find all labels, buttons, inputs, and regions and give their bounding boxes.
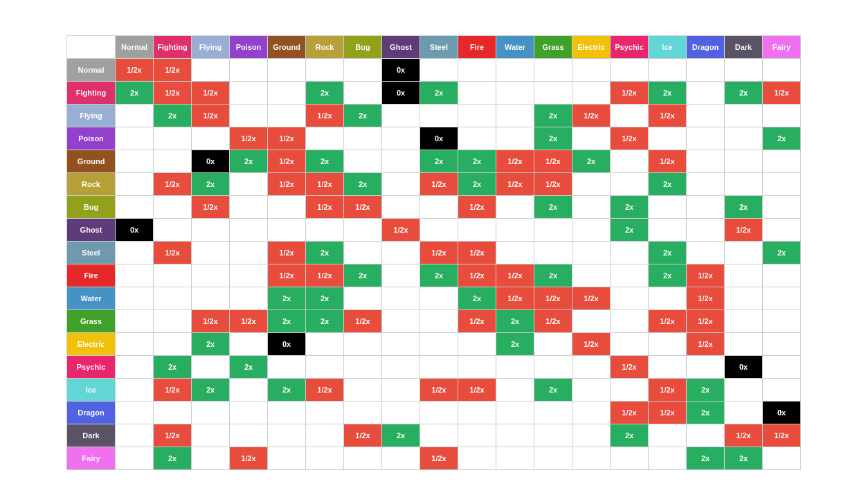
cell-fighting-vs-electric bbox=[572, 82, 611, 105]
cell-fire-vs-psychic bbox=[611, 264, 649, 287]
cell-fire-vs-water: 1/2x bbox=[496, 264, 534, 287]
cell-steel-vs-fairy: 2x bbox=[763, 242, 801, 264]
cell-dark-vs-fighting: 1/2x bbox=[154, 424, 192, 447]
cell-normal-vs-flying bbox=[192, 59, 230, 82]
cell-fire-vs-steel: 2x bbox=[420, 264, 458, 287]
cell-rock-vs-poison bbox=[230, 173, 268, 196]
cell-fire-vs-rock: 1/2x bbox=[306, 264, 344, 287]
cell-water-vs-poison bbox=[230, 287, 268, 310]
cell-psychic-vs-water bbox=[496, 356, 534, 379]
cell-psychic-vs-psychic: 1/2x bbox=[611, 356, 649, 379]
cell-bug-vs-ghost bbox=[382, 196, 420, 219]
cell-normal-vs-poison bbox=[230, 59, 268, 82]
cell-normal-vs-fairy bbox=[763, 59, 801, 82]
cell-fire-vs-fighting bbox=[154, 264, 192, 287]
cell-electric-vs-fire bbox=[458, 333, 496, 356]
header-dark: Dark bbox=[725, 36, 763, 59]
row-ice: Ice1/2x2x2x1/2x1/2x1/2x2x1/2x2x bbox=[67, 379, 801, 402]
cell-rock-vs-dark bbox=[725, 173, 763, 196]
cell-water-vs-ice bbox=[649, 287, 687, 310]
cell-bug-vs-flying: 1/2x bbox=[192, 196, 230, 219]
cell-dark-vs-rock bbox=[306, 424, 344, 447]
cell-rock-vs-steel: 1/2x bbox=[420, 173, 458, 196]
cell-ground-vs-normal bbox=[116, 150, 154, 173]
row-electric: Electric2x0x2x1/2x1/2x bbox=[67, 333, 801, 356]
cell-electric-vs-psychic bbox=[611, 333, 649, 356]
cell-ghost-vs-flying bbox=[192, 219, 230, 242]
cell-steel-vs-steel: 1/2x bbox=[420, 242, 458, 264]
cell-water-vs-psychic bbox=[611, 287, 649, 310]
cell-dragon-vs-normal bbox=[116, 402, 154, 424]
cell-grass-vs-grass: 1/2x bbox=[534, 310, 572, 333]
cell-dark-vs-normal bbox=[116, 424, 154, 447]
cell-ice-vs-dark bbox=[725, 379, 763, 402]
row-header-rock: Rock bbox=[67, 173, 116, 196]
cell-flying-vs-dragon bbox=[687, 105, 725, 127]
cell-fairy-vs-electric bbox=[572, 447, 611, 470]
cell-electric-vs-ice bbox=[649, 333, 687, 356]
cell-flying-vs-electric: 1/2x bbox=[572, 105, 611, 127]
cell-fire-vs-flying bbox=[192, 264, 230, 287]
cell-ghost-vs-water bbox=[496, 219, 534, 242]
cell-ice-vs-ground: 2x bbox=[268, 379, 306, 402]
cell-poison-vs-dragon bbox=[687, 127, 725, 150]
cell-steel-vs-grass bbox=[534, 242, 572, 264]
cell-steel-vs-ground: 1/2x bbox=[268, 242, 306, 264]
cell-flying-vs-fire bbox=[458, 105, 496, 127]
row-steel: Steel1/2x1/2x2x1/2x1/2x2x2x bbox=[67, 242, 801, 264]
cell-normal-vs-psychic bbox=[611, 59, 649, 82]
cell-flying-vs-fairy bbox=[763, 105, 801, 127]
cell-electric-vs-water: 2x bbox=[496, 333, 534, 356]
cell-psychic-vs-ground bbox=[268, 356, 306, 379]
cell-fighting-vs-dragon bbox=[687, 82, 725, 105]
cell-ground-vs-dark bbox=[725, 150, 763, 173]
cell-dragon-vs-poison bbox=[230, 402, 268, 424]
cell-grass-vs-electric bbox=[572, 310, 611, 333]
cell-bug-vs-electric bbox=[572, 196, 611, 219]
cell-normal-vs-ice bbox=[649, 59, 687, 82]
cell-poison-vs-fire bbox=[458, 127, 496, 150]
cell-ground-vs-fairy bbox=[763, 150, 801, 173]
row-header-normal: Normal bbox=[67, 59, 116, 82]
header-fighting: Fighting bbox=[154, 36, 192, 59]
row-header-ghost: Ghost bbox=[67, 219, 116, 242]
cell-ghost-vs-ice bbox=[649, 219, 687, 242]
cell-normal-vs-dark bbox=[725, 59, 763, 82]
cell-bug-vs-normal bbox=[116, 196, 154, 219]
cell-dark-vs-fairy: 1/2x bbox=[763, 424, 801, 447]
cell-ice-vs-normal bbox=[116, 379, 154, 402]
cell-grass-vs-ghost bbox=[382, 310, 420, 333]
cell-bug-vs-poison bbox=[230, 196, 268, 219]
cell-fighting-vs-normal: 2x bbox=[116, 82, 154, 105]
row-header-ice: Ice bbox=[67, 379, 116, 402]
cell-ice-vs-water bbox=[496, 379, 534, 402]
cell-ice-vs-rock: 1/2x bbox=[306, 379, 344, 402]
cell-ground-vs-ice: 1/2x bbox=[649, 150, 687, 173]
cell-electric-vs-dragon: 1/2x bbox=[687, 333, 725, 356]
cell-fairy-vs-psychic bbox=[611, 447, 649, 470]
header-poison: Poison bbox=[230, 36, 268, 59]
cell-poison-vs-bug bbox=[344, 127, 382, 150]
cell-rock-vs-ground: 1/2x bbox=[268, 173, 306, 196]
cell-grass-vs-fighting bbox=[154, 310, 192, 333]
cell-fairy-vs-normal bbox=[116, 447, 154, 470]
cell-dark-vs-fire bbox=[458, 424, 496, 447]
cell-fighting-vs-rock: 2x bbox=[306, 82, 344, 105]
cell-electric-vs-grass bbox=[534, 333, 572, 356]
cell-water-vs-flying bbox=[192, 287, 230, 310]
cell-ice-vs-steel: 1/2x bbox=[420, 379, 458, 402]
cell-dark-vs-ice bbox=[649, 424, 687, 447]
row-rock: Rock1/2x2x1/2x1/2x2x1/2x2x1/2x1/2x2x bbox=[67, 173, 801, 196]
cell-rock-vs-normal bbox=[116, 173, 154, 196]
cell-water-vs-steel bbox=[420, 287, 458, 310]
cell-fire-vs-ground: 1/2x bbox=[268, 264, 306, 287]
header-psychic: Psychic bbox=[611, 36, 649, 59]
cell-rock-vs-electric bbox=[572, 173, 611, 196]
cell-poison-vs-poison: 1/2x bbox=[230, 127, 268, 150]
cell-fighting-vs-ground bbox=[268, 82, 306, 105]
cell-psychic-vs-poison: 2x bbox=[230, 356, 268, 379]
cell-fire-vs-normal bbox=[116, 264, 154, 287]
cell-ground-vs-fire: 2x bbox=[458, 150, 496, 173]
cell-steel-vs-rock: 2x bbox=[306, 242, 344, 264]
cell-fighting-vs-dark: 2x bbox=[725, 82, 763, 105]
